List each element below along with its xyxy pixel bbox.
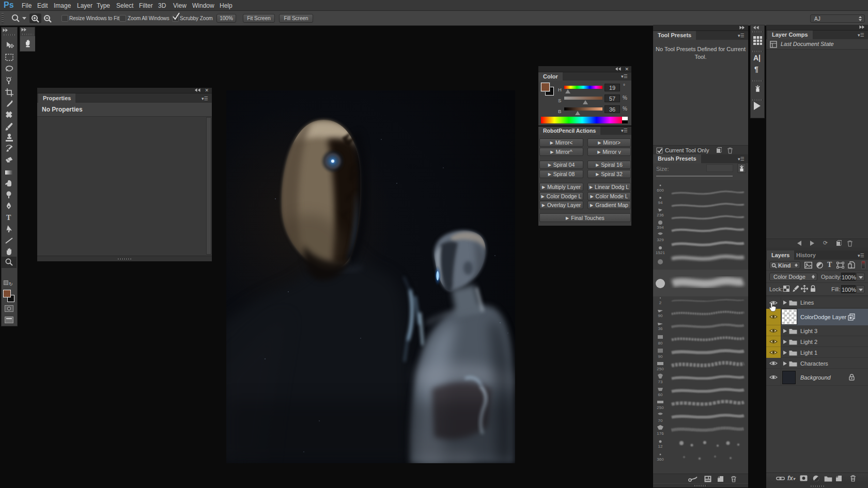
svg-text:36: 36 <box>658 326 663 331</box>
svg-text:73: 73 <box>658 380 663 384</box>
svg-text:90: 90 <box>658 354 663 359</box>
svg-text:600: 600 <box>657 188 664 193</box>
svg-text:90: 90 <box>658 313 663 318</box>
svg-text:1521: 1521 <box>656 250 665 255</box>
svg-text:2: 2 <box>659 301 662 305</box>
svg-text:250: 250 <box>657 367 664 371</box>
svg-text:394: 394 <box>657 225 664 230</box>
svg-text:80: 80 <box>658 341 663 345</box>
svg-text:60: 60 <box>658 392 663 397</box>
svg-text:12: 12 <box>658 444 663 449</box>
svg-text:176: 176 <box>657 431 664 436</box>
svg-text:94: 94 <box>658 200 663 205</box>
svg-text:329: 329 <box>657 238 664 242</box>
svg-text:250: 250 <box>657 405 664 410</box>
svg-text:360: 360 <box>657 457 664 462</box>
svg-text:T: T <box>6 214 11 222</box>
svg-text:70: 70 <box>658 418 663 423</box>
svg-text:236: 236 <box>657 213 664 217</box>
